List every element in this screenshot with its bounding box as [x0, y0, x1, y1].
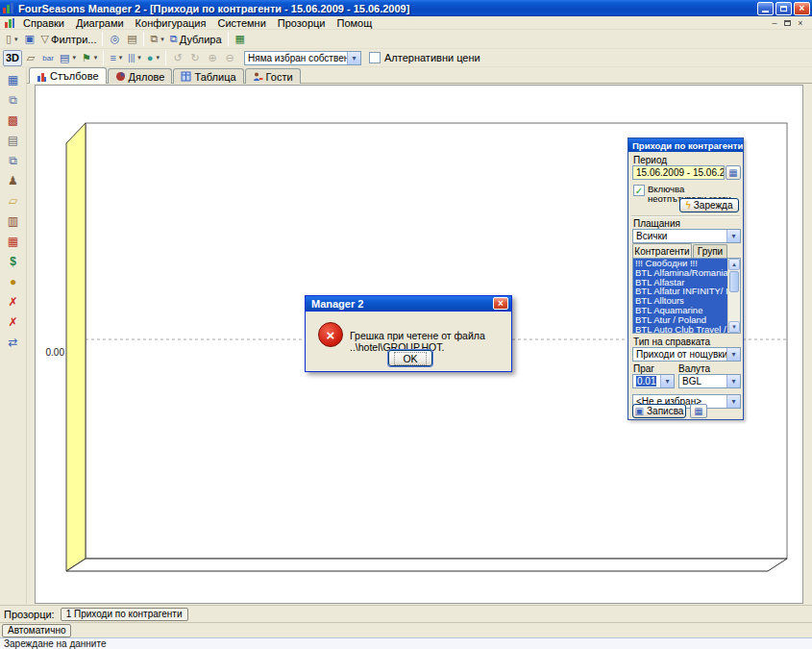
transfer-icon: ⇄	[8, 336, 17, 349]
calendar-button[interactable]: ▦	[726, 165, 741, 180]
documents-button[interactable]: ⧉	[3, 152, 24, 169]
currency-select[interactable]: BGL ▾	[678, 374, 741, 388]
labels-button[interactable]: ⚑ ▾	[79, 50, 100, 66]
currency-icon: $	[10, 255, 16, 268]
child-minimize-button[interactable]: –	[769, 18, 780, 28]
report-type-select[interactable]: Приходи от нощувки ▾	[632, 347, 741, 362]
panel-tab-contractors[interactable]: Контрагенти	[632, 243, 692, 258]
printer-icon: ▤	[127, 33, 136, 45]
payments-select[interactable]: Всички ▾	[632, 229, 741, 243]
series-style-button[interactable]: ● ▾	[144, 50, 162, 66]
minimize-icon	[762, 11, 769, 12]
dropdown-arrow-icon: ▾	[157, 54, 160, 62]
rooms-plan-button[interactable]: ▦	[3, 71, 24, 88]
list-item[interactable]: BTL Atur / Poland	[633, 315, 727, 325]
menu-item-reports[interactable]: Справки	[17, 17, 70, 29]
child-window-icon	[4, 17, 15, 29]
schedule-button[interactable]: ▦	[690, 404, 707, 418]
list-item[interactable]: BTL Alfastar	[633, 278, 727, 287]
rotate-ccw-button[interactable]: ↺	[169, 50, 186, 66]
tab-pie[interactable]: Дялове	[108, 68, 173, 84]
folders-button[interactable]: ▱	[3, 192, 24, 210]
list-item[interactable]: BTL Alltours	[633, 296, 727, 306]
dialog-close-button[interactable]: ×	[493, 297, 508, 310]
panel-title-bar[interactable]: Приходи по контрагенти ×	[628, 138, 743, 152]
automatic-button[interactable]: Автоматично	[2, 624, 71, 637]
list-item[interactable]: BTL Alfamina/Romania	[633, 268, 727, 278]
minimize-button[interactable]	[757, 2, 774, 15]
app-icon	[2, 2, 14, 14]
ok-button[interactable]: OK	[388, 350, 432, 366]
close-button[interactable]: ×	[794, 2, 810, 15]
legend-button[interactable]: ▤ ▾	[57, 50, 79, 66]
menu-item-help[interactable]: Помощ	[331, 17, 378, 29]
payments-button[interactable]: ●	[3, 273, 24, 290]
vertical-grid-button[interactable]: ||| ▾	[125, 50, 144, 66]
child-close-button[interactable]: ×	[795, 18, 806, 28]
window-tab-button[interactable]: 1 Приходи по контрагенти	[61, 608, 188, 621]
restore-button[interactable]	[775, 2, 792, 15]
error-dialog: Manager 2 × × Грешка при четене от файла…	[305, 295, 512, 372]
chart-shape-button[interactable]: ▱	[22, 50, 39, 66]
copy-button[interactable]: ⧉ ▾	[147, 31, 166, 47]
list-item[interactable]: BTL Alfatur INFINITY/ Romani	[633, 287, 727, 296]
scroll-down-button[interactable]: ▾	[728, 321, 740, 333]
reservations-button[interactable]: ⧉	[3, 91, 24, 109]
new-report-button[interactable]: ▯ ▾	[3, 31, 21, 47]
list-item[interactable]: BTL Auto Club Travel / Hunga	[633, 325, 727, 333]
void-button[interactable]: ✗	[3, 313, 24, 331]
shape-icon: ▱	[27, 52, 35, 64]
duplicate-icon: ⧉	[170, 33, 178, 45]
duplicate-button[interactable]: ⧉ Дублира	[167, 31, 225, 47]
tab-table[interactable]: Таблица	[173, 68, 243, 84]
horizontal-grid-button[interactable]: ≡ ▾	[107, 50, 125, 66]
excel-export-button[interactable]: ▦	[232, 31, 249, 47]
print-preview-button[interactable]: ◎	[106, 31, 123, 47]
bar-style-button[interactable]: bar	[39, 50, 57, 66]
rotate-cw-button[interactable]: ↻	[186, 50, 204, 66]
zoom-in-button[interactable]: ⊕	[204, 50, 221, 66]
list-item[interactable]: !!! Свободни !!!	[633, 259, 727, 268]
filters-button[interactable]: ▽ Филтри...	[38, 31, 100, 47]
tab-guests[interactable]: Гости	[245, 68, 301, 84]
3d-toggle-button[interactable]: 3D	[3, 50, 22, 66]
print-button[interactable]: ▤	[123, 31, 140, 47]
menu-item-charts[interactable]: Диаграми	[70, 17, 130, 29]
zoom-in-icon: ⊕	[208, 52, 216, 64]
menu-item-system[interactable]: Системни	[211, 17, 271, 29]
child-restore-button[interactable]	[784, 20, 791, 26]
guests-button[interactable]: ♟	[3, 172, 24, 189]
bar-style-icon: bar	[42, 54, 54, 62]
include-guests-checkbox[interactable]: ✓	[633, 185, 645, 196]
rooms-grid-icon: ▦	[8, 73, 18, 87]
owner-select[interactable]: Няма избран собственици ▾	[244, 51, 361, 65]
dialog-title-bar[interactable]: Manager 2 ×	[306, 296, 511, 312]
threshold-select[interactable]: 0.01 ▾	[632, 374, 675, 388]
save-button[interactable]: ▣	[21, 31, 38, 47]
legend-icon: ▤	[60, 52, 69, 64]
menu-item-windows[interactable]: Прозорци	[272, 17, 332, 29]
panel-tab-groups[interactable]: Групи	[693, 244, 727, 258]
save-report-button[interactable]: ▣ Записва	[632, 404, 686, 418]
tariffs-button[interactable]: ▦	[3, 233, 24, 250]
currency-button[interactable]: $	[3, 253, 24, 270]
menu-bar: Справки Диаграми Конфигурация Системни П…	[0, 16, 812, 30]
cancellation-button[interactable]: ✗	[3, 293, 24, 311]
tab-bars[interactable]: Стълбове	[29, 67, 107, 84]
list-item[interactable]: BTL Aquamarine	[633, 306, 727, 315]
transfers-button[interactable]: ⇄	[3, 334, 24, 351]
menu-item-configuration[interactable]: Конфигурация	[130, 17, 212, 29]
chart-toolbar: 3D ▱ bar ▤ ▾ ⚑ ▾ ≡ ▾ ||| ▾ ● ▾ ↺ ↻ ⊕ ⊖ Н…	[0, 49, 812, 67]
period-input[interactable]: 15.06.2009 - 15.06.2009	[632, 165, 725, 180]
zoom-out-button[interactable]: ⊖	[221, 50, 238, 66]
inventory-button[interactable]: ▥	[3, 212, 24, 230]
scroll-down-icon: ▾	[732, 323, 736, 331]
load-button[interactable]: ϟ Зарежда	[679, 198, 739, 212]
scrollbar-thumb[interactable]	[729, 271, 739, 292]
calculator-button[interactable]: ▤	[3, 132, 24, 149]
table-icon	[181, 71, 191, 82]
list-scrollbar[interactable]: ▴ ▾	[727, 259, 740, 333]
occupancy-chart-button[interactable]: ▩	[3, 112, 24, 129]
scroll-up-button[interactable]: ▴	[728, 259, 740, 270]
alternative-prices-checkbox[interactable]	[369, 52, 381, 63]
